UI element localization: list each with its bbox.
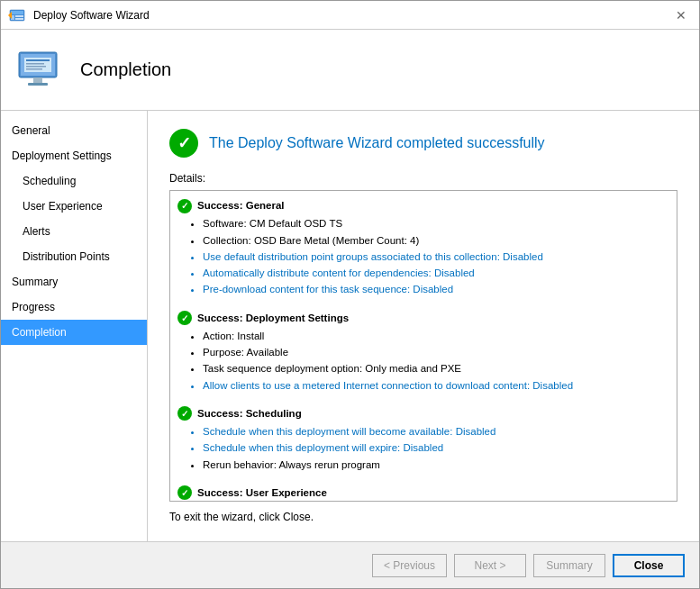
- svg-rect-14: [26, 66, 46, 68]
- svg-rect-13: [26, 63, 44, 65]
- sidebar-item-progress[interactable]: Progress: [1, 294, 147, 320]
- summary-button[interactable]: Summary: [533, 554, 605, 577]
- exit-text: To exit the wizard, click Close.: [169, 511, 677, 523]
- section-deployment-title: Success: Deployment Settings: [197, 311, 349, 326]
- section-ux-check-icon: ✓: [177, 485, 192, 500]
- header-computer-icon: [15, 45, 66, 95]
- section-ux-header: ✓ Success: User Experience: [177, 485, 669, 501]
- sidebar-item-user-experience[interactable]: User Experience: [1, 194, 147, 219]
- section-scheduling: ✓ Success: Scheduling Schedule when this…: [177, 406, 669, 473]
- section-scheduling-header: ✓ Success: Scheduling: [177, 406, 669, 421]
- section-general-items: Software: CM Default OSD TS Collection: …: [177, 216, 669, 297]
- section-deployment-header: ✓ Success: Deployment Settings: [177, 311, 669, 326]
- sidebar-item-distribution-points[interactable]: Distribution Points: [1, 244, 147, 269]
- list-item: Collection: OSD Bare Metal (Member Count…: [203, 233, 669, 249]
- section-general-header: ✓ Success: General: [177, 198, 669, 213]
- section-user-experience: ✓ Success: User Experience Allow users t…: [177, 485, 669, 502]
- list-item: Automatically distribute content for dep…: [203, 266, 669, 281]
- svg-rect-3: [15, 15, 23, 17]
- section-scheduling-check-icon: ✓: [177, 406, 192, 421]
- list-item: Rerun behavior: Always rerun program: [203, 458, 669, 473]
- wizard-icon: [8, 6, 26, 24]
- list-item: Allow clients to use a metered Internet …: [203, 378, 669, 394]
- section-general: ✓ Success: General Software: CM Default …: [177, 198, 669, 298]
- list-item: Schedule when this deployment will becom…: [203, 424, 669, 439]
- sidebar-item-deployment-settings[interactable]: Deployment Settings: [1, 143, 147, 168]
- sidebar-item-completion[interactable]: Completion: [1, 320, 147, 345]
- next-button[interactable]: Next >: [454, 554, 526, 577]
- details-label: Details:: [169, 172, 677, 185]
- success-header: ✓ The Deploy Software Wizard completed s…: [169, 129, 677, 158]
- svg-rect-4: [15, 18, 23, 20]
- header-title: Completion: [80, 59, 171, 80]
- svg-rect-10: [28, 83, 48, 86]
- list-item: Purpose: Available: [203, 345, 669, 360]
- close-window-button[interactable]: ✕: [670, 5, 692, 26]
- details-box[interactable]: ✓ Success: General Software: CM Default …: [169, 190, 677, 502]
- list-item: Task sequence deployment option: Only me…: [203, 361, 669, 376]
- sidebar-item-general[interactable]: General: [1, 118, 147, 143]
- list-item: Use default distribution point groups as…: [203, 249, 669, 265]
- section-ux-title: Success: User Experience: [197, 485, 327, 501]
- section-deployment-settings: ✓ Success: Deployment Settings Action: I…: [177, 311, 669, 394]
- title-bar: Deploy Software Wizard ✕: [1, 1, 699, 30]
- content-area: ✓ The Deploy Software Wizard completed s…: [148, 111, 699, 541]
- svg-rect-12: [26, 59, 50, 61]
- list-item: Pre-download content for this task seque…: [203, 282, 669, 297]
- sidebar-item-summary[interactable]: Summary: [1, 269, 147, 294]
- sidebar: General Deployment Settings Scheduling U…: [1, 111, 148, 541]
- section-general-title: Success: General: [197, 198, 285, 213]
- close-button[interactable]: Close: [613, 554, 685, 577]
- header-area: Completion: [1, 30, 699, 111]
- title-bar-left: Deploy Software Wizard: [8, 6, 150, 24]
- svg-rect-15: [26, 68, 42, 70]
- list-item: Action: Install: [203, 329, 669, 344]
- section-deployment-items: Action: Install Purpose: Available Task …: [177, 329, 669, 394]
- list-item: Schedule when this deployment will expir…: [203, 440, 669, 456]
- main-window: Deploy Software Wizard ✕ Completion Gene…: [0, 0, 700, 589]
- sidebar-item-alerts[interactable]: Alerts: [1, 219, 147, 244]
- success-message: The Deploy Software Wizard completed suc…: [209, 135, 545, 151]
- previous-button[interactable]: < Previous: [372, 554, 447, 577]
- section-scheduling-items: Schedule when this deployment will becom…: [177, 424, 669, 473]
- main-content: General Deployment Settings Scheduling U…: [1, 111, 699, 541]
- section-deployment-check-icon: ✓: [177, 311, 192, 325]
- sidebar-item-scheduling[interactable]: Scheduling: [1, 168, 147, 194]
- svg-rect-1: [11, 11, 23, 14]
- svg-rect-9: [33, 77, 42, 83]
- footer: < Previous Next > Summary Close: [1, 541, 699, 588]
- list-item: Software: CM Default OSD TS: [203, 216, 669, 231]
- title-bar-text: Deploy Software Wizard: [33, 9, 150, 22]
- section-scheduling-title: Success: Scheduling: [197, 406, 302, 421]
- section-general-check-icon: ✓: [177, 199, 192, 213]
- success-check-icon: ✓: [169, 129, 198, 158]
